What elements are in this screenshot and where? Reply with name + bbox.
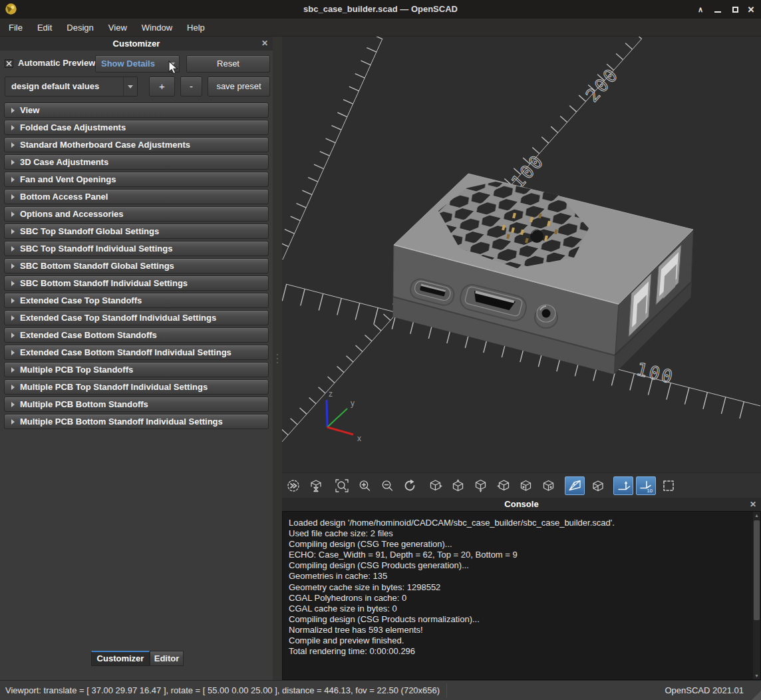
menu-bar: File Edit Design View Window Help — [0, 19, 761, 37]
tab-editor[interactable]: Editor — [150, 651, 184, 666]
view-left-icon[interactable] — [494, 476, 514, 495]
console-close-icon[interactable]: ✕ — [750, 498, 756, 511]
console-line: Compiling design (CSG Tree generation)..… — [289, 539, 747, 550]
console-line: Compiling design (CSG Products generatio… — [289, 560, 747, 571]
section-sbc-bottom-global[interactable]: SBC Bottom Standoff Global Settings — [4, 258, 269, 273]
view-front-icon[interactable] — [516, 476, 536, 495]
svg-text:10: 10 — [647, 487, 653, 493]
zoom-out-icon[interactable] — [377, 476, 397, 495]
section-sbc-top-global[interactable]: SBC Top Standoff Global Settings — [4, 224, 269, 239]
chevron-right-icon — [11, 385, 15, 390]
remove-preset-button[interactable]: - — [180, 77, 202, 96]
show-edges-icon[interactable] — [659, 476, 679, 495]
menu-edit[interactable]: Edit — [30, 19, 59, 37]
section-mpcb-top-standoffs[interactable]: Multiple PCB Top Standoffs — [4, 362, 269, 377]
scroll-up-icon[interactable]: ▲ — [753, 512, 760, 519]
menu-window[interactable]: Window — [134, 19, 180, 37]
menu-file[interactable]: File — [1, 19, 30, 37]
zoom-all-icon[interactable] — [332, 476, 352, 495]
console-line: Total rendering time: 0:00:00.296 — [289, 646, 747, 657]
chevron-right-icon — [11, 246, 15, 252]
save-preset-button[interactable]: save preset — [208, 77, 270, 96]
maximize-window-icon[interactable] — [726, 0, 744, 19]
zoom-in-icon[interactable] — [355, 476, 375, 495]
section-bottom-access[interactable]: Bottom Access Panel — [4, 189, 269, 204]
orthogonal-icon[interactable] — [587, 476, 607, 495]
menu-help[interactable]: Help — [180, 19, 212, 37]
x-ruler-label-100: 100 — [635, 359, 677, 388]
scrollbar-thumb[interactable] — [754, 520, 760, 620]
tab-customizer[interactable]: Customizer — [91, 651, 150, 666]
y-axis-label: y — [351, 399, 355, 408]
chevron-right-icon — [11, 333, 15, 338]
chevron-right-icon — [11, 177, 15, 182]
scroll-down-icon[interactable]: ▼ — [753, 672, 760, 679]
section-ext-top-standoffs[interactable]: Extended Case Top Standoffs — [4, 293, 269, 308]
window-title: sbc_case_builder.scad — OpenSCAD — [0, 0, 761, 19]
shade-window-icon[interactable]: ∧ — [692, 0, 709, 19]
z-axis-label: z — [329, 389, 333, 399]
console-line: Compile and preview finished. — [289, 635, 747, 646]
section-mpcb-top-individual[interactable]: Multiple PCB Top Standoff Individual Set… — [4, 379, 269, 395]
console-line: CGAL cache size in bytes: 0 — [289, 604, 747, 614]
detail-level-dropdown[interactable]: Show Details — [95, 55, 180, 73]
section-mpcb-bottom-standoffs[interactable]: Multiple PCB Bottom Standoffs — [4, 397, 269, 412]
section-ext-bottom-individual[interactable]: Extended Case Bottom Standoff Individual… — [4, 345, 269, 360]
console-line: Geometry cache size in bytes: 1298552 — [289, 582, 747, 593]
viewport-toolbar: 10 — [282, 472, 761, 498]
chevron-down-icon — [165, 56, 179, 72]
automatic-preview-checkbox[interactable] — [5, 59, 13, 68]
customizer-panel-title: Customizer ✕ — [0, 37, 273, 51]
section-options-accessories[interactable]: Options and Accessories — [4, 206, 269, 222]
status-bar: Viewport: translate = [ 37.00 29.97 16.4… — [0, 680, 761, 700]
console-scrollbar[interactable]: ▲ ▼ — [753, 512, 760, 679]
section-view[interactable]: View — [4, 102, 269, 118]
view-right-icon[interactable] — [426, 476, 446, 495]
show-axes-icon[interactable] — [613, 476, 633, 495]
customizer-close-icon[interactable]: ✕ — [261, 37, 268, 51]
checkbox-check-icon — [6, 61, 12, 67]
console-line: Normalized tree has 593 elements! — [289, 625, 747, 635]
chevron-right-icon — [11, 367, 15, 373]
section-sbc-top-individual[interactable]: SBC Top Standoff Individual Settings — [4, 241, 269, 256]
preview-icon[interactable] — [283, 476, 303, 495]
console-panel: Console ✕ Loaded design '/home/hominoid/… — [282, 498, 761, 680]
perspective-icon[interactable] — [565, 476, 585, 495]
axis-indicator: z y x — [327, 389, 361, 443]
console-line: Geometries in cache: 135 — [289, 571, 747, 582]
view-top-icon[interactable] — [448, 476, 468, 495]
chevron-right-icon — [11, 194, 15, 200]
section-folded-case[interactable]: Folded Case Adjustments — [4, 120, 269, 135]
3d-viewport[interactable]: 100 200 100 — [282, 37, 761, 472]
reset-view-icon[interactable] — [400, 476, 420, 495]
section-mpcb-bottom-individual[interactable]: Multiple PCB Bottom Standoff Individual … — [4, 414, 269, 429]
view-back-icon[interactable] — [539, 476, 559, 495]
automatic-preview-label: Automatic Preview — [18, 58, 95, 68]
section-3d-case[interactable]: 3D Case Adjustments — [4, 154, 269, 170]
show-scale-markers-icon[interactable]: 10 — [636, 476, 656, 495]
viewport-status-text: Viewport: translate = [ 37.00 29.97 16.4… — [0, 683, 447, 698]
chevron-right-icon — [11, 419, 15, 425]
view-bottom-icon[interactable] — [471, 476, 491, 495]
menu-view[interactable]: View — [101, 19, 134, 37]
menu-design[interactable]: Design — [59, 19, 100, 37]
console-line: ECHO: Case_Width = 91, Depth = 62, Top =… — [289, 550, 747, 560]
section-ext-bottom-standoffs[interactable]: Extended Case Bottom Standoffs — [4, 327, 269, 343]
console-header: Console ✕ — [282, 498, 761, 511]
console-line: Loaded design '/home/hominoid/CADCAM/sbc… — [289, 518, 747, 528]
preset-dropdown[interactable]: design default values — [5, 77, 138, 96]
reset-button[interactable]: Reset — [186, 55, 270, 73]
section-fan-vent[interactable]: Fan and Vent Openings — [4, 172, 269, 187]
resize-grip[interactable] — [752, 691, 761, 700]
console-line: Used file cache size: 2 files — [289, 528, 747, 539]
chevron-right-icon — [11, 125, 15, 130]
chevron-right-icon — [11, 212, 15, 217]
render-icon[interactable] — [306, 476, 326, 495]
panel-splitter[interactable] — [273, 37, 282, 680]
section-sbc-bottom-individual[interactable]: SBC Bottom Standoff Individual Settings — [4, 275, 269, 291]
close-window-icon[interactable]: ✕ — [742, 0, 760, 19]
section-ext-top-individual[interactable]: Extended Case Top Standoff Individual Se… — [4, 310, 269, 325]
add-preset-button[interactable]: + — [149, 77, 175, 96]
minimize-window-icon[interactable] — [709, 0, 726, 19]
section-standard-motherboard[interactable]: Standard Motherboard Case Adjustments — [4, 137, 269, 152]
